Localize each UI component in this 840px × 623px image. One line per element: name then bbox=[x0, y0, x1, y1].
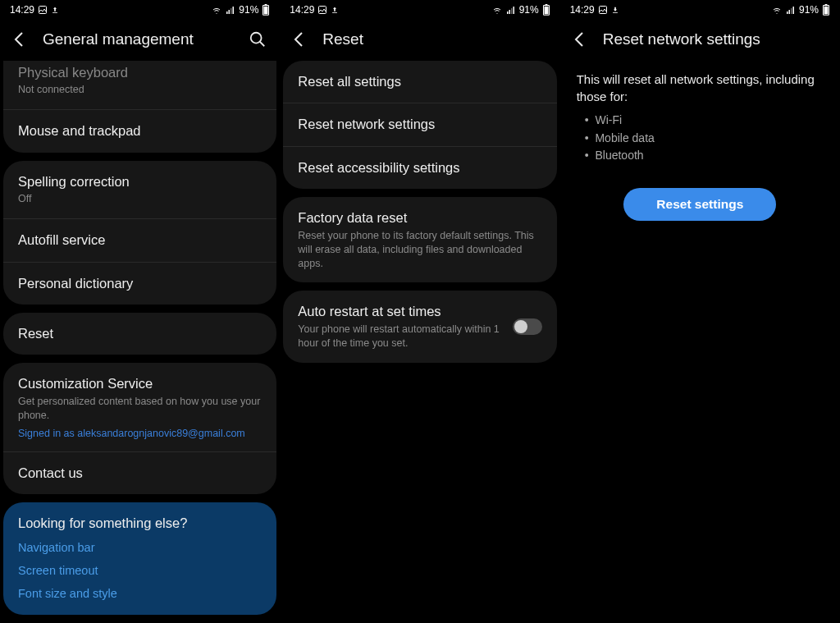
header: General management bbox=[0, 20, 280, 61]
page-title: General management bbox=[43, 30, 249, 48]
svg-rect-15 bbox=[513, 7, 514, 14]
search-icon[interactable] bbox=[249, 30, 267, 48]
status-time: 14:29 bbox=[570, 4, 595, 16]
item-auto-restart[interactable]: Auto restart at set times Your phone wil… bbox=[283, 291, 556, 362]
item-reset-all-settings[interactable]: Reset all settings bbox=[283, 61, 556, 103]
battery-icon bbox=[822, 4, 830, 16]
bullet-list: Wi-Fi Mobile data Bluetooth bbox=[577, 105, 824, 165]
wifi-icon bbox=[491, 5, 503, 15]
status-battery-pct: 91% bbox=[239, 4, 258, 16]
svg-rect-14 bbox=[511, 8, 513, 14]
status-bar: 14:29 91% bbox=[280, 0, 559, 20]
svg-rect-8 bbox=[265, 4, 267, 5]
item-title: Autofill service bbox=[18, 231, 262, 249]
item-contact-us[interactable]: Contact us bbox=[3, 452, 276, 494]
card-input-devices: Physical keyboard Not connected Mouse an… bbox=[3, 61, 276, 153]
svg-rect-5 bbox=[233, 7, 235, 14]
status-bar: 14:29 91% bbox=[0, 0, 280, 20]
item-title: Reset all settings bbox=[298, 73, 541, 90]
auto-restart-toggle[interactable] bbox=[513, 318, 542, 335]
svg-rect-11 bbox=[332, 12, 337, 13]
item-physical-keyboard[interactable]: Physical keyboard Not connected bbox=[3, 61, 276, 110]
reset-network-description: This will reset all network settings, in… bbox=[560, 61, 840, 165]
item-title: Physical keyboard bbox=[18, 64, 262, 81]
back-icon[interactable] bbox=[10, 30, 30, 49]
page-title: Reset network settings bbox=[603, 30, 827, 48]
item-subtitle: Off bbox=[18, 192, 262, 206]
bullet-bluetooth: Bluetooth bbox=[585, 147, 824, 165]
svg-point-9 bbox=[251, 33, 262, 44]
item-title: Reset network settings bbox=[298, 116, 541, 133]
description-text: This will reset all network settings, in… bbox=[577, 71, 824, 105]
svg-rect-26 bbox=[824, 7, 829, 14]
header: Reset network settings bbox=[560, 20, 840, 61]
item-reset[interactable]: Reset bbox=[3, 313, 276, 355]
status-battery-pct: 91% bbox=[519, 4, 539, 16]
signal-icon bbox=[506, 5, 516, 15]
card-text-services: Spelling correction Off Autofill service… bbox=[3, 161, 276, 305]
svg-rect-4 bbox=[231, 8, 232, 14]
bullet-wifi: Wi-Fi bbox=[585, 112, 824, 130]
status-battery-pct: 91% bbox=[799, 4, 819, 16]
svg-rect-1 bbox=[52, 12, 57, 13]
item-subtitle: Not connected bbox=[18, 83, 262, 97]
wifi-icon bbox=[211, 5, 222, 15]
item-title: Personal dictionary bbox=[18, 275, 262, 292]
card-factory-reset: Factory data reset Reset your phone to i… bbox=[283, 197, 556, 282]
card-reset: Reset bbox=[3, 313, 276, 355]
battery-icon bbox=[542, 4, 550, 16]
svg-rect-17 bbox=[544, 7, 548, 14]
signal-icon bbox=[786, 5, 796, 15]
item-subtitle: Reset your phone to its factory default … bbox=[298, 229, 541, 271]
svg-rect-24 bbox=[792, 7, 794, 14]
wifi-icon bbox=[771, 5, 783, 15]
status-bar: 14:29 91% bbox=[560, 0, 840, 20]
item-reset-accessibility-settings[interactable]: Reset accessibility settings bbox=[283, 147, 556, 189]
card-reset-options: Reset all settings Reset network setting… bbox=[283, 61, 556, 189]
back-icon[interactable] bbox=[570, 30, 590, 49]
item-mouse-trackpad[interactable]: Mouse and trackpad bbox=[3, 110, 276, 152]
header: Reset bbox=[280, 20, 559, 61]
item-title: Reset bbox=[18, 325, 262, 342]
item-subtitle: Get personalized content based on how yo… bbox=[18, 395, 262, 423]
status-time: 14:29 bbox=[290, 4, 314, 16]
item-title: Auto restart at set times bbox=[298, 303, 500, 320]
image-icon bbox=[38, 5, 48, 15]
item-title: Customization Service bbox=[18, 375, 262, 392]
card-suggestions: Looking for something else? Navigation b… bbox=[3, 502, 276, 615]
suggest-link-screen-timeout[interactable]: Screen timeout bbox=[18, 564, 262, 577]
back-icon[interactable] bbox=[290, 30, 309, 49]
card-customization: Customization Service Get personalized c… bbox=[3, 363, 276, 494]
image-icon bbox=[598, 5, 608, 15]
reset-settings-button[interactable]: Reset settings bbox=[623, 188, 776, 221]
page-title: Reset bbox=[322, 30, 546, 48]
item-autofill-service[interactable]: Autofill service bbox=[3, 219, 276, 262]
phone-panel-general-management: 14:29 91% General management bbox=[0, 0, 280, 623]
item-title: Contact us bbox=[18, 465, 262, 482]
upload-icon bbox=[331, 5, 339, 15]
suggest-link-font-size[interactable]: Font size and style bbox=[18, 587, 262, 600]
suggest-link-navigation-bar[interactable]: Navigation bar bbox=[18, 541, 262, 554]
suggest-heading: Looking for something else? bbox=[18, 515, 262, 531]
image-icon bbox=[317, 5, 327, 15]
svg-rect-13 bbox=[509, 10, 510, 14]
item-reset-network-settings[interactable]: Reset network settings bbox=[283, 103, 556, 146]
item-title: Factory data reset bbox=[298, 209, 541, 227]
item-spelling-correction[interactable]: Spelling correction Off bbox=[3, 161, 276, 219]
item-subtitle: Your phone will restart automatically wi… bbox=[298, 323, 500, 350]
svg-rect-20 bbox=[613, 12, 618, 13]
phone-panel-reset: 14:29 91% Reset bbox=[280, 0, 559, 623]
item-signin-link: Signed in as aleksandarognjanovic89@gmai… bbox=[18, 428, 262, 439]
battery-icon bbox=[262, 4, 270, 16]
svg-rect-2 bbox=[226, 11, 228, 14]
svg-rect-21 bbox=[787, 11, 788, 14]
item-personal-dictionary[interactable]: Personal dictionary bbox=[3, 263, 276, 305]
item-factory-data-reset[interactable]: Factory data reset Reset your phone to i… bbox=[283, 197, 556, 282]
download-icon bbox=[611, 5, 619, 15]
svg-rect-7 bbox=[264, 7, 268, 14]
upload-icon bbox=[51, 5, 59, 15]
signal-icon bbox=[226, 5, 235, 15]
item-customization-service[interactable]: Customization Service Get personalized c… bbox=[3, 363, 276, 451]
status-time: 14:29 bbox=[10, 4, 34, 16]
svg-rect-27 bbox=[825, 4, 828, 5]
